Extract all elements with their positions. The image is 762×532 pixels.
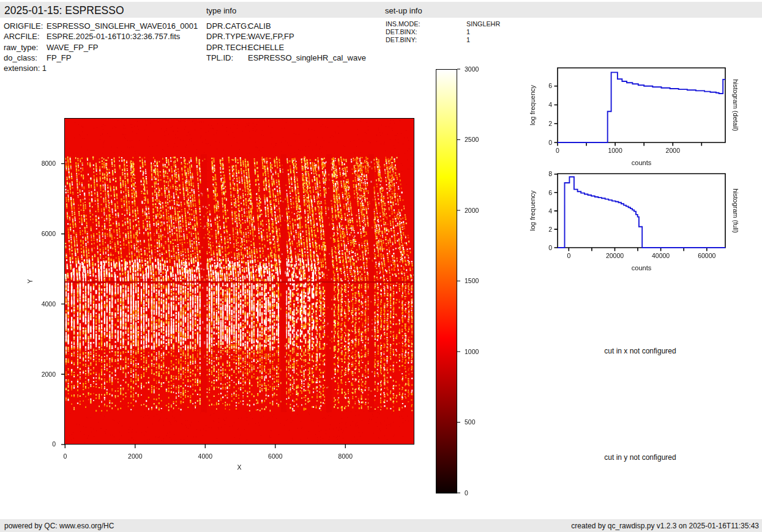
svg-text:6000: 6000: [42, 230, 56, 237]
svg-text:8000: 8000: [338, 453, 353, 460]
svg-text:counts: counts: [632, 264, 652, 272]
svg-text:histogram (full): histogram (full): [732, 188, 739, 233]
svg-text:4000: 4000: [42, 300, 56, 308]
svg-text:0: 0: [465, 489, 468, 497]
svg-text:Y: Y: [26, 279, 34, 283]
svg-text:1500: 1500: [465, 277, 479, 284]
svg-text:6: 6: [548, 82, 552, 89]
svg-text:4000: 4000: [198, 453, 213, 460]
svg-text:8000: 8000: [42, 160, 56, 167]
svg-text:500: 500: [465, 418, 476, 426]
svg-text:2000: 2000: [666, 147, 681, 154]
svg-text:40000: 40000: [652, 252, 670, 259]
svg-text:60000: 60000: [698, 252, 715, 259]
svg-text:2500: 2500: [465, 136, 479, 143]
svg-text:X: X: [237, 464, 241, 471]
svg-text:4: 4: [548, 101, 552, 108]
svg-text:6: 6: [548, 189, 552, 196]
svg-text:0: 0: [63, 453, 67, 460]
svg-text:2: 2: [548, 226, 552, 233]
svg-text:0: 0: [548, 139, 552, 146]
svg-text:2000: 2000: [42, 371, 56, 378]
svg-text:20000: 20000: [606, 252, 624, 259]
svg-text:3000: 3000: [465, 65, 479, 73]
svg-text:2000: 2000: [128, 453, 143, 460]
svg-text:2000: 2000: [465, 207, 479, 214]
svg-text:log frequency: log frequency: [529, 84, 536, 125]
svg-text:6000: 6000: [268, 453, 283, 460]
svg-text:1000: 1000: [465, 348, 479, 355]
svg-text:8: 8: [548, 170, 552, 177]
svg-text:log frequency: log frequency: [529, 190, 536, 231]
svg-text:2: 2: [548, 120, 552, 127]
svg-text:histogram (detail): histogram (detail): [732, 79, 739, 131]
svg-text:0: 0: [567, 252, 570, 259]
svg-text:counts: counts: [632, 159, 652, 166]
svg-text:0: 0: [548, 244, 552, 251]
svg-text:0: 0: [556, 147, 559, 154]
svg-text:4: 4: [548, 207, 552, 215]
svg-text:0: 0: [52, 440, 56, 448]
svg-text:1000: 1000: [608, 147, 622, 154]
